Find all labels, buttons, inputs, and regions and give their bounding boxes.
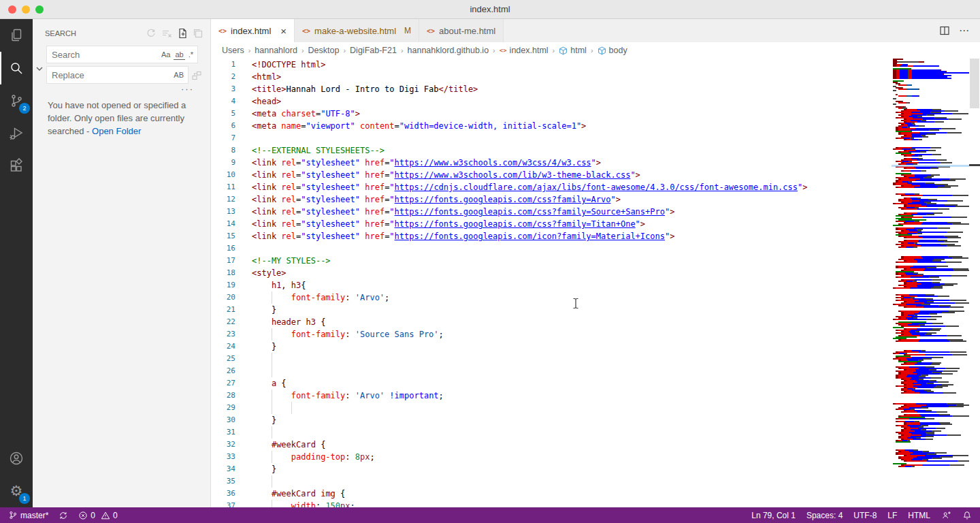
line-number: 1 [211, 59, 235, 71]
close-window-button[interactable] [8, 5, 16, 14]
code-line[interactable]: 25 [211, 353, 892, 365]
code-line[interactable]: 36 #weekCard img { [211, 488, 892, 500]
code-line[interactable]: 13<link rel="stylesheet" href="https://f… [211, 206, 892, 218]
refresh-icon[interactable] [146, 28, 157, 39]
eol-item[interactable]: LF [887, 511, 897, 520]
settings-gear-icon[interactable]: ⚙ 1 [0, 475, 33, 507]
breadcrumb-file[interactable]: <> index.html [500, 46, 549, 55]
tab-about-me-html[interactable]: <> about-me.html [419, 19, 504, 42]
git-branch-item[interactable]: master* [8, 510, 48, 520]
search-icon[interactable] [0, 52, 33, 84]
code-line[interactable]: 9<link rel="stylesheet" href="https://ww… [211, 157, 892, 169]
minimap[interactable] [892, 59, 969, 507]
breadcrumb-item[interactable]: DigiFab-F21 [350, 46, 397, 55]
code-line[interactable]: 35 [211, 475, 892, 488]
line-number: 22 [211, 316, 235, 328]
encoding-item[interactable]: UTF-8 [853, 511, 877, 520]
open-folder-link[interactable]: Open Folder [92, 126, 141, 136]
breadcrumb-item[interactable]: Desktop [308, 46, 340, 55]
code-line[interactable]: 32 #weekCard { [211, 439, 892, 451]
close-tab-icon[interactable]: × [280, 25, 287, 37]
sync-changes-item[interactable] [59, 511, 68, 520]
code-line-text: <html> [252, 71, 281, 83]
line-number: 14 [211, 218, 235, 230]
breadcrumb-item[interactable]: hannahlord [255, 46, 297, 55]
code-line-text: } [252, 304, 276, 316]
code-line[interactable]: 29 [211, 402, 892, 414]
notifications-item[interactable] [962, 511, 972, 520]
code-line[interactable]: 24 } [211, 340, 892, 353]
code-line[interactable]: 21 } [211, 304, 892, 316]
breadcrumb-item[interactable]: Users [222, 46, 244, 55]
indentation-item[interactable]: Spaces: 4 [806, 511, 843, 520]
code-editor[interactable]: 1<!DOCTYPE html>2<html>3<title>Hannah Lo… [211, 59, 980, 507]
whole-word-toggle[interactable]: ab [174, 50, 184, 60]
zoom-window-button[interactable] [35, 5, 44, 14]
code-line[interactable]: 34 } [211, 463, 892, 475]
open-in-editor-icon[interactable] [193, 28, 203, 39]
replace-input[interactable]: Replace AB [46, 66, 189, 84]
minimap-line [898, 466, 915, 467]
code-line[interactable]: 10<link rel="stylesheet" href="https://w… [211, 169, 892, 181]
explorer-icon[interactable] [0, 19, 33, 52]
breadcrumb-symbol-body[interactable]: body [598, 46, 627, 55]
problems-item[interactable]: 0 0 [78, 511, 117, 520]
run-and-debug-icon[interactable] [0, 117, 33, 150]
code-line[interactable]: 33 padding-top: 8px; [211, 451, 892, 463]
extensions-icon[interactable] [0, 150, 33, 183]
cursor-position-item[interactable]: Ln 79, Col 1 [751, 511, 796, 520]
line-number: 2 [211, 71, 235, 83]
minimize-window-button[interactable] [22, 5, 30, 14]
line-number: 20 [211, 291, 235, 304]
code-line[interactable]: 12<link rel="stylesheet" href="https://f… [211, 193, 892, 206]
feedback-item[interactable] [941, 511, 951, 520]
preserve-case-toggle[interactable]: AB [172, 70, 185, 80]
code-line[interactable]: 5<meta charset="UTF-8"> [211, 108, 892, 120]
new-search-editor-icon[interactable] [177, 28, 188, 39]
code-line[interactable]: 16 [211, 242, 892, 255]
code-line[interactable]: 22 header h3 { [211, 316, 892, 328]
code-line[interactable]: 3<title>Hannah Lord - Intro to Digi Fab<… [211, 83, 892, 95]
code-line[interactable]: 17<!--MY STYLES--> [211, 255, 892, 267]
source-control-icon[interactable]: 2 [0, 84, 33, 117]
code-line[interactable]: 14<link rel="stylesheet" href="https://f… [211, 218, 892, 230]
code-line[interactable]: 26 [211, 365, 892, 377]
code-line[interactable]: 15<link rel="stylesheet" href="https://f… [211, 230, 892, 242]
replace-all-icon[interactable] [191, 70, 205, 83]
editor-scrollbar[interactable] [969, 59, 980, 507]
search-input[interactable]: Search Aa ab .* [46, 46, 198, 63]
code-line[interactable]: 27 a { [211, 377, 892, 390]
more-actions-icon[interactable]: ⋯ [959, 25, 970, 37]
code-line[interactable]: 37 width: 150px; [211, 500, 892, 507]
code-line[interactable]: 4<head> [211, 95, 892, 108]
code-line[interactable]: 8<!--EXTERNAL STYLESHEETS--> [211, 144, 892, 157]
clear-search-results-icon[interactable] [161, 28, 172, 39]
account-icon[interactable] [0, 442, 33, 475]
split-editor-icon[interactable] [939, 25, 950, 36]
scrollbar-slider[interactable] [970, 59, 979, 108]
code-line[interactable]: 23 font-family: 'Source Sans Pro'; [211, 328, 892, 340]
code-line[interactable]: 6<meta name="viewport" content="width=de… [211, 120, 892, 132]
code-line[interactable]: 30 } [211, 414, 892, 426]
toggle-search-details[interactable]: ··· [33, 86, 194, 92]
match-case-toggle[interactable]: Aa [160, 50, 172, 59]
code-line[interactable]: 18<style> [211, 267, 892, 279]
breadcrumb-symbol-html[interactable]: html [559, 46, 587, 55]
code-line[interactable]: 7 [211, 132, 892, 144]
git-modified-badge: M [404, 26, 411, 35]
code-line[interactable]: 11<link rel="stylesheet" href="https://c… [211, 181, 892, 193]
minimap-line [901, 364, 940, 365]
tab-index-html[interactable]: <> index.html × [211, 19, 295, 42]
breadcrumb-item[interactable]: hannahklord.github.io [408, 46, 489, 55]
toggle-replace-chevron-icon[interactable] [35, 64, 44, 74]
code-line[interactable]: 1<!DOCTYPE html> [211, 59, 892, 71]
tab-make-a-website-html[interactable]: <> make-a-website.html M [295, 19, 419, 42]
minimap-line [896, 418, 934, 419]
language-mode-item[interactable]: HTML [908, 511, 930, 520]
code-line[interactable]: 2<html> [211, 71, 892, 83]
code-line[interactable]: 19 h1, h3{ [211, 279, 892, 291]
code-line[interactable]: 31 [211, 426, 892, 439]
code-line[interactable]: 20 font-family: 'Arvo'; [211, 291, 892, 304]
regex-toggle[interactable]: .* [187, 50, 195, 59]
code-line[interactable]: 28 font-family: 'Arvo' !important; [211, 390, 892, 402]
